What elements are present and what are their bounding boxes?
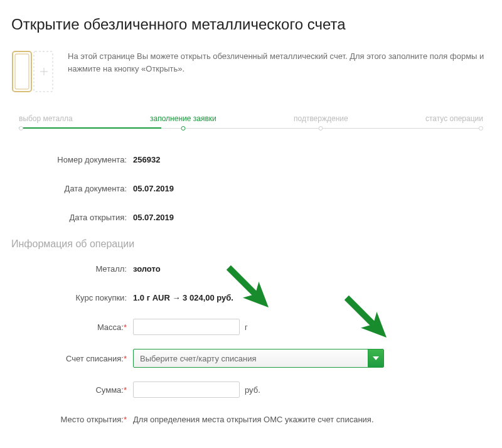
label-metal: Металл: [11, 264, 133, 274]
label-debit-account: Счет списания:* [11, 354, 133, 363]
row-open-date: Дата открытия: 05.07.2019 [11, 210, 491, 225]
row-metal: Металл: золото [11, 261, 491, 276]
intro-block: На этой странице Вы можете открыть обезл… [11, 49, 491, 95]
debit-account-select[interactable]: Выберите счет/карту списания [133, 349, 384, 368]
sum-unit: руб. [245, 385, 260, 395]
sum-input[interactable] [133, 381, 240, 398]
step-metal: выбор металла [19, 114, 73, 125]
label-mass: Масса:* [11, 323, 133, 332]
chevron-down-icon [368, 349, 383, 367]
mass-unit: г [245, 323, 248, 332]
value-metal: золото [133, 264, 161, 274]
debit-account-placeholder: Выберите счет/карту списания [134, 349, 368, 367]
row-mass: Масса:* г [11, 319, 491, 335]
row-open-place: Место открытия:* Для определения места о… [11, 412, 491, 427]
open-place-help: Для определения места открытия ОМС укажи… [133, 415, 374, 424]
label-rate: Курс покупки: [11, 293, 133, 302]
step-status: статус операции [425, 114, 483, 125]
mass-input[interactable] [133, 319, 240, 335]
gold-bar-icon [11, 49, 56, 95]
row-rate: Курс покупки: 1.0 г AUR → 3 024,00 руб. [11, 290, 491, 305]
svg-rect-1 [15, 54, 29, 89]
value-open-date: 05.07.2019 [133, 213, 174, 222]
section-title: Информация об операции [11, 238, 491, 250]
step-form: заполнение заявки [150, 114, 216, 125]
label-doc-number: Номер документа: [11, 155, 133, 164]
step-confirm: подтверждение [294, 114, 348, 125]
intro-text: На этой странице Вы можете открыть обезл… [68, 49, 491, 75]
label-doc-date: Дата документа: [11, 184, 133, 193]
label-open-place: Место открытия:* [11, 415, 133, 424]
value-doc-number: 256932 [133, 155, 160, 164]
value-rate: 1.0 г AUR → 3 024,00 руб. [133, 293, 233, 302]
label-open-date: Дата открытия: [11, 213, 133, 222]
row-doc-number: Номер документа: 256932 [11, 152, 491, 167]
label-sum: Сумма:* [11, 385, 133, 395]
row-sum: Сумма:* руб. [11, 381, 491, 398]
row-debit-account: Счет списания:* Выберите счет/карту спис… [11, 349, 491, 368]
stepper: выбор металла заполнение заявки подтверж… [11, 114, 491, 136]
row-doc-date: Дата документа: 05.07.2019 [11, 181, 491, 196]
value-doc-date: 05.07.2019 [133, 184, 174, 193]
page-title: Открытие обезличенного металлического сч… [11, 15, 491, 34]
